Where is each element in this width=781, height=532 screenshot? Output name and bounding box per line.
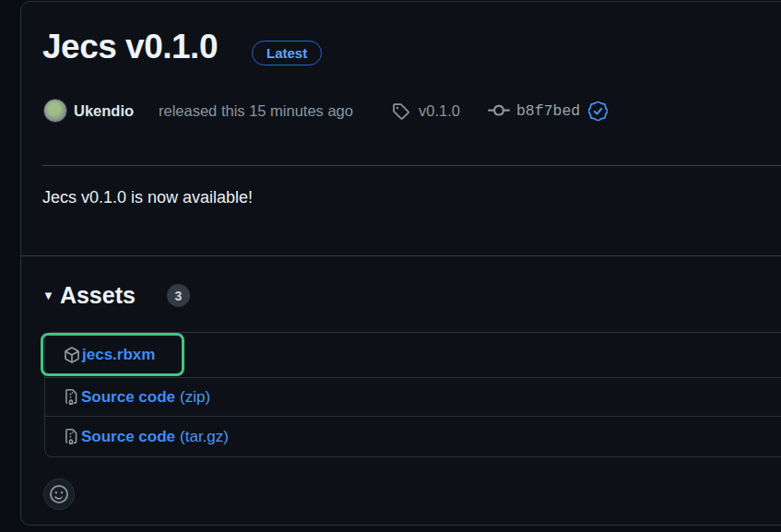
asset-row-jecs-rbxm[interactable]: jecs.rbxm <box>45 333 781 377</box>
latest-badge[interactable]: Latest <box>252 41 322 65</box>
zip-file-icon <box>64 429 79 444</box>
asset-row-source-targz[interactable]: Source code (tar.gz) <box>45 416 781 456</box>
body-divider <box>21 255 781 256</box>
smiley-icon <box>50 485 68 503</box>
package-icon <box>64 347 80 363</box>
asset-row-source-zip[interactable]: Source code (zip) <box>45 377 781 416</box>
commit-icon <box>488 100 510 122</box>
verified-icon[interactable] <box>588 101 608 121</box>
asset-link[interactable]: Source code <box>81 388 175 407</box>
assets-heading: Assets <box>60 282 136 309</box>
reaction-smiley-button[interactable] <box>43 479 75 510</box>
triangle-down-icon: ▼ <box>42 281 54 310</box>
release-author[interactable]: Ukendio <box>74 102 134 120</box>
release-meta-tags: v0.1.0 b8f7bed <box>392 98 608 124</box>
avatar[interactable] <box>43 99 67 123</box>
assets-toggle[interactable]: ▼ Assets 3 <box>42 281 190 310</box>
assets-count-badge: 3 <box>167 284 190 307</box>
released-text: released this 15 minutes ago <box>159 102 353 120</box>
release-tag: v0.1.0 <box>419 102 460 120</box>
release-body-text: Jecs v0.1.0 is now available! <box>42 188 253 207</box>
asset-link[interactable]: jecs.rbxm <box>82 346 155 364</box>
release-title: Jecs v0.1.0 <box>42 28 218 66</box>
asset-list: jecs.rbxm Source code (zip) Source code … <box>44 332 781 457</box>
asset-link-suffix[interactable]: (zip) <box>180 388 210 407</box>
tag-icon <box>392 102 409 120</box>
zip-file-icon <box>64 389 79 405</box>
header-divider <box>42 165 781 166</box>
commit-sha[interactable]: b8f7bed <box>516 102 580 120</box>
asset-link-suffix[interactable]: (tar.gz) <box>180 428 229 446</box>
asset-link[interactable]: Source code <box>81 428 175 446</box>
release-card: Jecs v0.1.0 Latest Ukendio released this… <box>20 1 781 526</box>
